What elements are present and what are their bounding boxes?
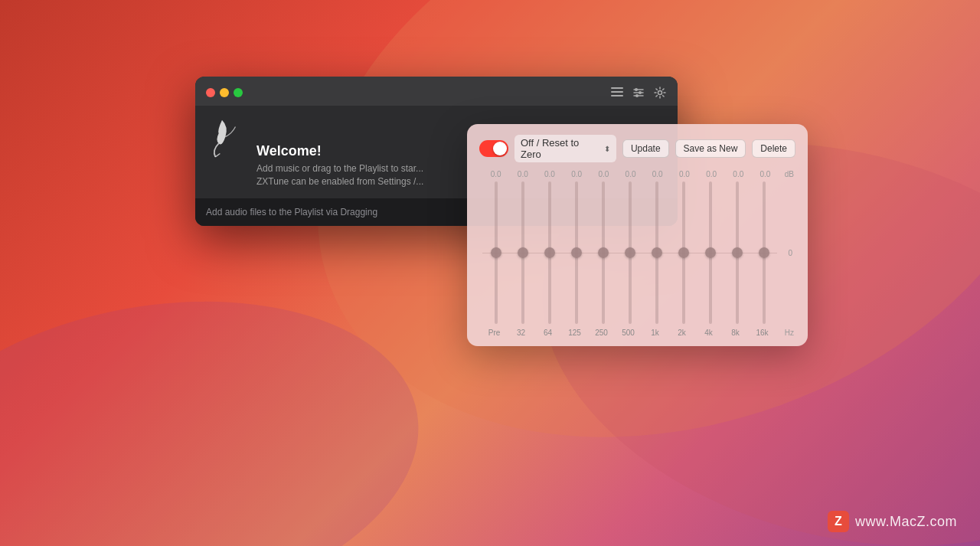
window-toolbar [610, 86, 667, 100]
list-icon[interactable] [610, 86, 624, 100]
db-values: 0.0 0.0 0.0 0.0 0.0 0.0 0.0 0.0 0.0 0.0 … [482, 170, 779, 178]
slider-thumb-125[interactable] [571, 247, 582, 258]
slider-2k [670, 181, 697, 324]
db-val-8: 0.0 [698, 170, 725, 178]
slider-32 [509, 181, 536, 324]
delete-button[interactable]: Delete [752, 139, 795, 158]
slider-500 [616, 181, 643, 324]
slider-pre [482, 181, 509, 324]
db-val-2: 0.0 [536, 170, 563, 178]
db-val-3: 0.0 [564, 170, 590, 178]
slider-thumb-64[interactable] [544, 247, 555, 258]
freq-label-500: 500 [615, 329, 642, 337]
slider-thumb-16k[interactable] [759, 247, 769, 258]
eq-panel: Off / Reset to Zero ⬍ Update Save as New… [467, 124, 808, 346]
progress-text: Add audio files to the Playlist via Drag… [206, 207, 377, 217]
slider-16k [750, 181, 777, 324]
zero-value-label: 0 [788, 249, 792, 257]
watermark: Z www.MacZ.com [828, 511, 957, 532]
slider-thumb-pre[interactable] [491, 247, 501, 258]
gear-icon[interactable] [653, 86, 667, 100]
slider-track-16k[interactable] [763, 181, 766, 324]
slider-thumb-8k[interactable] [732, 247, 743, 258]
slider-4k [697, 181, 724, 324]
svg-point-9 [635, 88, 638, 91]
close-button[interactable] [206, 88, 215, 97]
sliders-area: 0 [479, 181, 795, 324]
slider-track-pre[interactable] [495, 181, 498, 324]
freq-label-32: 32 [508, 329, 534, 337]
slider-thumb-4k[interactable] [705, 247, 716, 258]
update-button[interactable]: Update [622, 139, 669, 158]
freq-label-8k: 8k [722, 329, 749, 337]
db-val-5: 0.0 [617, 170, 644, 178]
sliders-icon[interactable] [632, 86, 645, 100]
slider-track-250[interactable] [602, 181, 605, 324]
sliders-group [482, 181, 777, 324]
eq-header: Off / Reset to Zero ⬍ Update Save as New… [479, 135, 795, 162]
db-values-row: 0.0 0.0 0.0 0.0 0.0 0.0 0.0 0.0 0.0 0.0 … [479, 170, 795, 178]
preset-selector[interactable]: Off / Reset to Zero ⬍ [514, 135, 616, 162]
slider-thumb-500[interactable] [625, 247, 635, 258]
svg-point-11 [635, 94, 639, 97]
db-val-7: 0.0 [671, 170, 697, 178]
svg-point-10 [639, 91, 642, 94]
app-logo [203, 113, 241, 167]
freq-label-1k: 1k [642, 329, 668, 337]
watermark-url: www.MacZ.com [855, 514, 957, 530]
db-val-9: 0.0 [725, 170, 752, 178]
slider-125 [563, 181, 590, 324]
save-as-new-button[interactable]: Save as New [675, 139, 746, 158]
traffic-lights [206, 88, 243, 97]
slider-track-32[interactable] [521, 181, 524, 324]
slider-thumb-32[interactable] [518, 247, 528, 258]
slider-track-125[interactable] [575, 181, 578, 324]
eq-toggle[interactable] [479, 140, 508, 157]
slider-track-1k[interactable] [655, 181, 658, 324]
slider-thumb-1k[interactable] [652, 247, 662, 258]
slider-1k [643, 181, 670, 324]
slider-track-2k[interactable] [682, 181, 685, 324]
slider-track-4k[interactable] [709, 181, 712, 324]
toggle-thumb [493, 142, 507, 155]
db-val-10: 0.0 [752, 170, 779, 178]
db-val-0: 0.0 [482, 170, 509, 178]
slider-8k [724, 181, 750, 324]
svg-rect-4 [611, 91, 623, 93]
svg-point-12 [658, 91, 662, 95]
freq-label-64: 64 [534, 329, 561, 337]
db-unit-label: dB [779, 170, 795, 178]
db-val-6: 0.0 [644, 170, 671, 178]
watermark-letter: Z [835, 515, 842, 528]
chevron-up-down-icon: ⬍ [604, 145, 610, 153]
freq-label-4k: 4k [695, 329, 722, 337]
slider-track-64[interactable] [548, 181, 551, 324]
macz-icon: Z [828, 511, 849, 532]
freq-label-pre: Pre [481, 329, 508, 337]
freq-label-125: 125 [561, 329, 588, 337]
freq-label-250: 250 [588, 329, 615, 337]
db-val-4: 0.0 [590, 170, 617, 178]
slider-track-500[interactable] [629, 181, 632, 324]
slider-thumb-250[interactable] [598, 247, 609, 258]
freq-label-16k: 16k [749, 329, 776, 337]
svg-rect-3 [611, 87, 623, 89]
db-val-1: 0.0 [509, 170, 536, 178]
slider-track-8k[interactable] [736, 181, 739, 324]
maximize-button[interactable] [234, 88, 243, 97]
freq-label-2k: 2k [668, 329, 695, 337]
svg-rect-5 [611, 95, 623, 96]
slider-250 [590, 181, 616, 324]
minimize-button[interactable] [220, 88, 229, 97]
preset-label: Off / Reset to Zero [521, 137, 601, 160]
title-bar [195, 77, 678, 106]
freq-labels: Pre 32 64 125 250 500 1k 2k 4k 8k 16k Hz [479, 329, 795, 337]
slider-thumb-2k[interactable] [678, 247, 689, 258]
hz-unit-label: Hz [776, 329, 794, 337]
slider-64 [536, 181, 563, 324]
